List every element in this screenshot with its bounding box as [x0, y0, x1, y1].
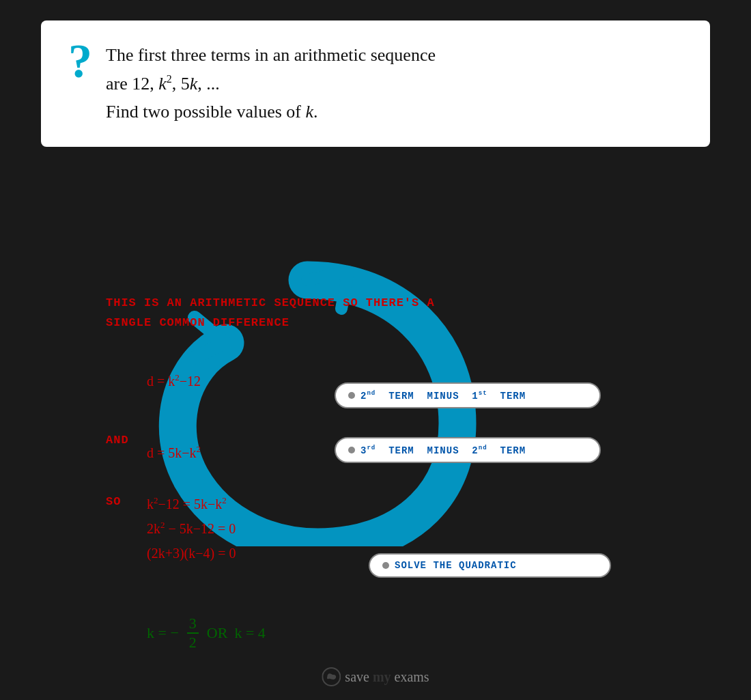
logo-area: save my exams — [322, 667, 429, 686]
so-label: SO — [106, 495, 121, 508]
and-label: AND — [106, 434, 129, 447]
answer-block: k = − 3 2 OR k = 4 — [147, 615, 266, 652]
savemyexams-logo-icon — [322, 667, 341, 686]
tooltip-dot-icon — [348, 447, 355, 453]
tooltip-2nd-term: 2nd TERM MINUS 1st TERM — [335, 382, 601, 408]
fraction-denominator: 2 — [187, 634, 199, 652]
question-text: The first three terms in an arithmetic s… — [106, 41, 436, 126]
equation-4: 2k2 − 5k−12 = 0 — [147, 516, 236, 541]
answer-or: OR — [207, 624, 228, 642]
logo-text: save my exams — [345, 669, 429, 685]
annotation-line2: SINGLE COMMON DIFFERENCE — [106, 313, 435, 333]
fraction-numerator: 3 — [187, 615, 199, 634]
question-line3: Find two possible values of k. — [106, 98, 436, 126]
tooltip-3rd-term: 3rd TERM MINUS 2nd TERM — [335, 437, 601, 463]
equation-d1: d = k2−12 — [147, 372, 201, 395]
question-line2: are 12, k2, 5k, ... — [106, 70, 436, 98]
logo-save: save — [345, 669, 373, 684]
tooltip-dot-icon — [348, 392, 355, 399]
tooltip-dot-icon — [382, 562, 389, 569]
question-mark-icon: ? — [68, 38, 92, 85]
solution-area: THIS IS AN ARITHMETIC SEQUENCE SO THERE'… — [0, 253, 751, 700]
annotation-line1: THIS IS AN ARITHMETIC SEQUENCE SO THERE'… — [106, 294, 435, 313]
tooltip1-text: 2nd TERM MINUS 1st TERM — [360, 389, 526, 402]
answer-fraction: 3 2 — [187, 615, 199, 652]
answer-k-prefix: k = − — [147, 624, 179, 642]
logo-exams: exams — [391, 669, 429, 684]
annotation-text: THIS IS AN ARITHMETIC SEQUENCE SO THERE'… — [106, 294, 435, 333]
equation-d2: d = 5k−k2 — [147, 444, 201, 466]
tooltip-quadratic: SOLVE THE QUADRATIC — [369, 553, 611, 578]
tooltip3-text: SOLVE THE QUADRATIC — [395, 560, 517, 571]
equation-5: (2k+3)(k−4) = 0 — [147, 541, 236, 565]
question-line1: The first three terms in an arithmetic s… — [106, 41, 436, 70]
question-box: ? The first three terms in an arithmetic… — [41, 20, 710, 147]
equation-3: k2−12 = 5k−k2 — [147, 492, 236, 516]
logo-my: my — [373, 669, 391, 684]
answer-k4: k = 4 — [234, 624, 265, 642]
equation-group: k2−12 = 5k−k2 2k2 − 5k−12 = 0 (2k+3)(k−4… — [147, 492, 236, 565]
tooltip2-text: 3rd TERM MINUS 2nd TERM — [360, 444, 526, 456]
